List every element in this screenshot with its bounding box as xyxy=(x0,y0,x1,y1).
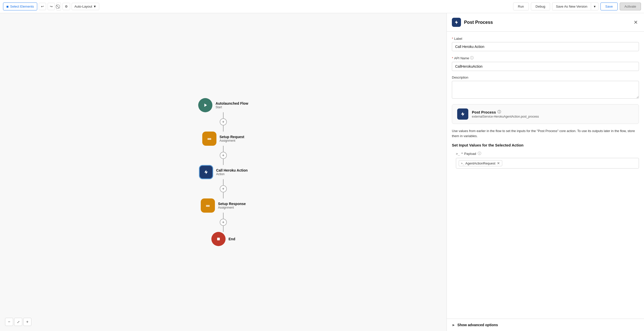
flow-node-setup-response: Setup Response Assignment xyxy=(201,198,246,213)
svg-marker-0 xyxy=(205,104,207,107)
description-textarea[interactable] xyxy=(452,81,639,99)
connector-2 xyxy=(223,125,224,132)
zoom-in-button[interactable]: + xyxy=(23,318,31,326)
svg-rect-1 xyxy=(208,138,211,139)
api-name-field-group: * API Name ⓘ xyxy=(452,56,639,71)
set-input-values-title: Set Input Values for the Selected Action xyxy=(452,143,639,147)
redo-button[interactable]: ↪ xyxy=(48,3,55,10)
description-field-group: Description xyxy=(452,76,639,100)
stop-button[interactable]: ⃠ xyxy=(56,3,61,11)
svg-marker-7 xyxy=(455,21,458,24)
action-card-info-icon[interactable]: ⓘ xyxy=(497,110,501,114)
svg-rect-4 xyxy=(206,205,210,206)
description-field-label: Description xyxy=(452,76,639,79)
end-text: End xyxy=(229,237,235,241)
flow-canvas[interactable]: Autolaunched Flow Start + Setup Request … xyxy=(0,13,447,331)
payload-label-text: Payload xyxy=(464,152,476,156)
select-elements-button[interactable]: ■ Select Elements xyxy=(3,3,37,10)
payload-label-row: >_ * Payload ⓘ xyxy=(456,151,639,156)
call-heroku-icon[interactable] xyxy=(199,165,213,179)
panel-header: Post Process ✕ xyxy=(447,13,644,32)
debug-label: Debug xyxy=(536,5,545,8)
api-name-required: * xyxy=(452,56,453,60)
save-button[interactable]: Save xyxy=(600,3,618,10)
setup-request-sublabel: Assignment xyxy=(219,139,244,142)
add-button-2[interactable]: + xyxy=(220,152,227,159)
action-card-title-text: Post Process xyxy=(472,110,496,114)
payload-icon: >_ xyxy=(456,152,460,156)
payload-input-area[interactable]: >_ AgentActionRequest ✕ xyxy=(456,158,639,169)
node-row-setup-response: Setup Response Assignment xyxy=(201,198,246,213)
setup-request-icon[interactable] xyxy=(202,132,216,146)
select-elements-icon: ■ xyxy=(6,4,9,9)
run-label: Run xyxy=(518,5,524,8)
action-card-subtitle: externalService-HerokuAgentAction.post_p… xyxy=(472,115,539,118)
save-as-new-version-button[interactable]: Save As New Version xyxy=(552,3,591,10)
save-dropdown-button[interactable]: ▼ xyxy=(591,3,598,10)
advanced-options-row[interactable]: ► Show advanced options xyxy=(447,319,644,331)
connector-4 xyxy=(223,159,224,165)
right-panel: Post Process ✕ * Label * API Name ⓘ xyxy=(447,13,644,331)
node-row-end: End xyxy=(211,232,235,246)
payload-tag-close[interactable]: ✕ xyxy=(497,161,500,165)
chevron-down-icon: ▼ xyxy=(93,5,96,8)
auto-layout-label: Auto-Layout xyxy=(74,5,92,8)
fit-icon: ⤢ xyxy=(17,320,20,324)
save-as-new-version-group: Save As New Version ▼ xyxy=(552,3,598,10)
start-text: Autolaunched Flow Start xyxy=(215,101,248,109)
connector-7 xyxy=(223,213,224,219)
label-input[interactable] xyxy=(452,42,639,51)
advanced-options-label: Show advanced options xyxy=(457,323,498,327)
payload-tag-icon: >_ xyxy=(461,162,464,165)
api-name-input[interactable] xyxy=(452,62,639,71)
description-text: Use values from earlier in the flow to s… xyxy=(452,128,639,138)
chevron-right-icon: ► xyxy=(452,323,455,327)
add-button-1[interactable]: + xyxy=(220,118,227,125)
svg-marker-8 xyxy=(461,112,464,116)
connector-1 xyxy=(223,112,224,118)
zoom-out-button[interactable]: − xyxy=(5,318,13,326)
debug-button[interactable]: Debug xyxy=(531,3,550,10)
panel-title-icon xyxy=(452,18,461,27)
start-icon[interactable] xyxy=(198,98,212,112)
svg-marker-3 xyxy=(204,170,208,174)
end-label: End xyxy=(229,237,235,241)
add-button-3[interactable]: + xyxy=(220,185,227,192)
setup-response-icon[interactable] xyxy=(201,198,215,213)
svg-rect-6 xyxy=(217,238,220,241)
label-field-group: * Label xyxy=(452,37,639,51)
connector-8 xyxy=(223,226,224,232)
svg-rect-2 xyxy=(208,139,211,140)
action-card-icon xyxy=(457,108,468,120)
action-card-info: Post Process ⓘ externalService-HerokuAge… xyxy=(472,110,539,118)
select-elements-label: Select Elements xyxy=(10,5,34,8)
run-button[interactable]: Run xyxy=(513,3,529,10)
zoom-out-icon: − xyxy=(8,320,10,324)
payload-tag-label: AgentActionRequest xyxy=(465,161,495,165)
add-button-4[interactable]: + xyxy=(220,219,227,226)
action-card: Post Process ⓘ externalService-HerokuAge… xyxy=(452,104,639,124)
redo-icon: ↪ xyxy=(50,5,53,8)
flow-container: Autolaunched Flow Start + Setup Request … xyxy=(193,93,253,251)
fit-button[interactable]: ⤢ xyxy=(14,318,22,326)
main-area: Autolaunched Flow Start + Setup Request … xyxy=(0,13,644,331)
payload-tag: >_ AgentActionRequest ✕ xyxy=(459,160,502,166)
label-required: * xyxy=(452,37,453,41)
setup-response-sublabel: Assignment xyxy=(218,206,246,209)
gear-icon: ⚙ xyxy=(65,5,68,8)
auto-layout-button[interactable]: Auto-Layout ▼ xyxy=(72,3,99,10)
start-label: Autolaunched Flow xyxy=(215,101,248,105)
undo-button[interactable]: ↩ xyxy=(39,3,46,10)
panel-body: * Label * API Name ⓘ Description xyxy=(447,32,644,317)
api-name-info-icon[interactable]: ⓘ xyxy=(470,56,474,60)
api-name-field-label-text: API Name xyxy=(454,56,469,60)
close-panel-button[interactable]: ✕ xyxy=(633,18,639,26)
undo-icon: ↩ xyxy=(41,5,44,8)
panel-title-text: Post Process xyxy=(464,20,493,25)
zoom-in-icon: + xyxy=(26,320,28,324)
call-heroku-sublabel: Action xyxy=(216,172,248,176)
payload-info-icon[interactable]: ⓘ xyxy=(478,151,481,156)
settings-button[interactable]: ⚙ xyxy=(63,3,70,10)
connector-6 xyxy=(223,192,224,198)
end-icon[interactable] xyxy=(211,232,226,246)
